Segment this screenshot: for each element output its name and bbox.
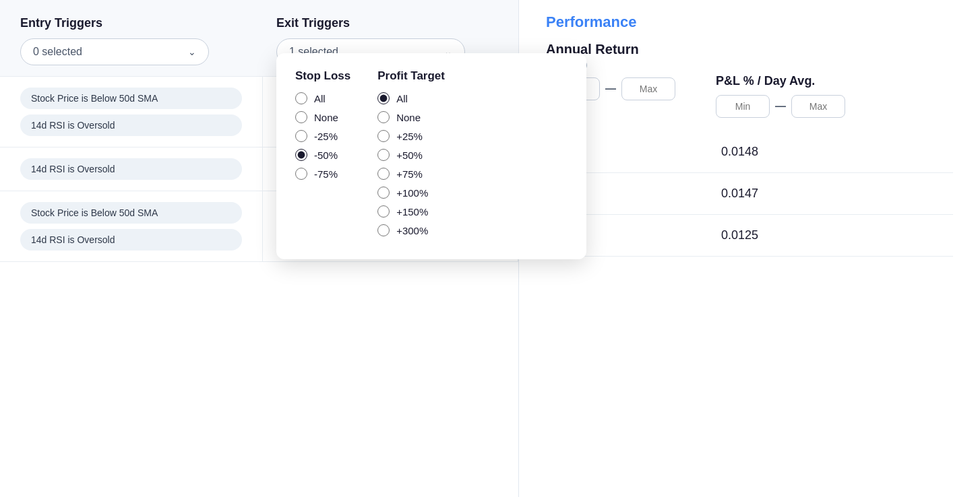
entry-cell-2: 14d RSI is Oversold xyxy=(0,147,263,191)
profit-target-25-radio[interactable] xyxy=(377,130,390,142)
perf-pnl-val-1: 0.0148 xyxy=(721,145,856,159)
profit-target-100[interactable]: +100% xyxy=(377,187,445,199)
performance-panel: Performance Annual Return Overall i — P&… xyxy=(519,0,980,497)
profit-target-none-radio[interactable] xyxy=(377,111,390,123)
pnl-heading: P&L % / Day Avg. xyxy=(716,74,845,88)
profit-target-column: Profit Target All None +25% xyxy=(377,69,445,243)
pnl-range: — xyxy=(716,95,845,118)
perf-table-row: 0.0147 xyxy=(546,173,953,215)
entry-triggers-dropdown[interactable]: 0 selected ⌄ xyxy=(20,38,209,65)
tag-rsi-oversold-1: 14d RSI is Oversold xyxy=(20,114,242,136)
profit-target-300[interactable]: +300% xyxy=(377,224,445,236)
tag-stock-price-sma-1: Stock Price is Below 50d SMA xyxy=(20,88,242,109)
entry-cell-3: Stock Price is Below 50d SMA 14d RSI is … xyxy=(0,191,263,261)
stop-loss-all[interactable]: All xyxy=(295,92,350,104)
tag-rsi-oversold-2: 14d RSI is Oversold xyxy=(20,158,242,180)
stop-loss-50-radio[interactable] xyxy=(295,149,307,161)
performance-title: Performance xyxy=(546,13,953,31)
pnl-max-input[interactable] xyxy=(791,95,845,118)
entry-chevron-icon: ⌄ xyxy=(188,46,196,57)
metrics-row: Annual Return Overall i — P&L % / Day Av… xyxy=(546,42,953,118)
pnl-block: P&L % / Day Avg. — xyxy=(716,74,845,118)
profit-target-100-radio[interactable] xyxy=(377,187,390,199)
profit-target-150-label: +150% xyxy=(396,206,428,218)
pnl-value-2: 0.0147 xyxy=(721,187,758,200)
stop-loss-none[interactable]: None xyxy=(295,111,350,123)
stop-loss-25[interactable]: -25% xyxy=(295,130,350,142)
stop-loss-none-radio[interactable] xyxy=(295,111,307,123)
profit-target-300-label: +300% xyxy=(396,225,428,236)
profit-target-75-radio[interactable] xyxy=(377,168,390,180)
profit-target-25[interactable]: +25% xyxy=(377,130,445,142)
stop-loss-all-radio[interactable] xyxy=(295,92,307,104)
exit-triggers-label: Exit Triggers xyxy=(276,16,498,30)
exit-triggers-popup: Stop Loss All None -25% xyxy=(276,53,586,259)
stop-loss-50[interactable]: -50% xyxy=(295,149,350,161)
profit-target-all-radio[interactable] xyxy=(377,92,390,104)
annual-return-dash: — xyxy=(605,83,616,95)
annual-return-max-input[interactable] xyxy=(621,77,675,100)
profit-target-75[interactable]: +75% xyxy=(377,168,445,180)
stop-loss-25-label: -25% xyxy=(314,131,338,142)
stop-loss-75-label: -75% xyxy=(314,168,338,180)
perf-pnl-val-2: 0.0147 xyxy=(721,187,856,201)
stop-loss-75-radio[interactable] xyxy=(295,168,307,180)
profit-target-all-label: All xyxy=(396,93,408,104)
profit-target-75-label: +75% xyxy=(396,168,423,180)
pnl-value-1: 0.0148 xyxy=(721,145,758,158)
stop-loss-all-label: All xyxy=(314,93,326,104)
profit-target-all[interactable]: All xyxy=(377,92,445,104)
profit-target-50[interactable]: +50% xyxy=(377,149,445,161)
stop-loss-75[interactable]: -75% xyxy=(295,168,350,180)
profit-target-150[interactable]: +150% xyxy=(377,205,445,218)
tag-rsi-oversold-3: 14d RSI is Oversold xyxy=(20,229,242,251)
perf-table-row: 0.0125 xyxy=(546,215,953,257)
profit-target-150-radio[interactable] xyxy=(377,205,390,218)
entry-cell-1: Stock Price is Below 50d SMA 14d RSI is … xyxy=(0,77,263,147)
stop-loss-50-label: -50% xyxy=(314,150,338,161)
filter-headers: Entry Triggers 0 selected ⌄ Exit Trigger… xyxy=(0,0,518,77)
pnl-value-3: 0.0125 xyxy=(721,228,758,242)
profit-target-100-label: +100% xyxy=(396,187,428,199)
pnl-min-input[interactable] xyxy=(716,95,770,118)
entry-selected-text: 0 selected xyxy=(33,46,82,58)
stop-loss-column: Stop Loss All None -25% xyxy=(295,69,350,243)
perf-table-row: 0.0148 xyxy=(546,131,953,173)
profit-target-none-label: None xyxy=(396,112,421,123)
profit-target-50-radio[interactable] xyxy=(377,149,390,161)
profit-target-25-label: +25% xyxy=(396,131,423,142)
stop-loss-25-radio[interactable] xyxy=(295,130,307,142)
entry-triggers-column: Entry Triggers 0 selected ⌄ xyxy=(20,16,276,65)
profit-target-300-radio[interactable] xyxy=(377,224,390,236)
profit-target-50-label: +50% xyxy=(396,150,423,161)
profit-target-heading: Profit Target xyxy=(377,69,445,83)
stop-loss-none-label: None xyxy=(314,112,338,123)
entry-triggers-label: Entry Triggers xyxy=(20,16,276,30)
profit-target-none[interactable]: None xyxy=(377,111,445,123)
exit-triggers-column: Exit Triggers 1 selected ⌄ Stop Loss All xyxy=(276,16,498,65)
tag-stock-price-sma-3: Stock Price is Below 50d SMA xyxy=(20,202,242,224)
filters-panel: Entry Triggers 0 selected ⌄ Exit Trigger… xyxy=(0,0,519,497)
perf-pnl-val-3: 0.0125 xyxy=(721,228,856,242)
page-layout: Entry Triggers 0 selected ⌄ Exit Trigger… xyxy=(0,0,980,497)
stop-loss-heading: Stop Loss xyxy=(295,69,350,83)
pnl-dash: — xyxy=(775,100,786,112)
performance-header: Performance xyxy=(546,13,953,31)
perf-data-rows: 0.0148 0.0147 0.0125 xyxy=(546,131,953,257)
